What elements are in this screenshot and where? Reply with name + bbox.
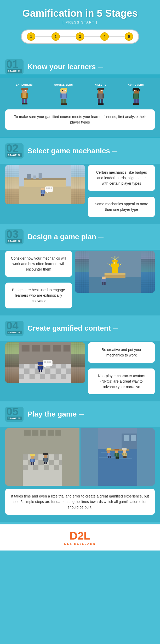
svg-rect-155 — [33, 462, 34, 465]
stage-03-badge: 03 STAGE 03 — [5, 229, 24, 244]
svg-rect-113 — [32, 345, 40, 352]
stage-03-arrow: — — [98, 234, 104, 240]
stage-03-tag: STAGE 03 — [7, 239, 22, 243]
stage-05-image-right — [81, 428, 155, 486]
svg-rect-108 — [40, 374, 45, 379]
svg-rect-97 — [30, 363, 35, 368]
svg-rect-73 — [46, 188, 48, 189]
press-start-text: [ PRESS START ] — [5, 20, 155, 24]
stage-05-description: It takes time and even a little trial an… — [5, 489, 155, 515]
svg-rect-103 — [45, 368, 50, 374]
stage-04-tips: Be creative and put your mechanics to wo… — [88, 342, 155, 397]
svg-rect-181 — [115, 449, 119, 450]
svg-rect-53 — [133, 93, 134, 98]
d2l-logo: D2L — [5, 530, 155, 542]
svg-rect-137 — [23, 454, 28, 460]
svg-rect-159 — [43, 458, 44, 461]
svg-rect-100 — [61, 363, 66, 368]
svg-rect-152 — [30, 459, 31, 462]
stage-01-tag: STAGE 01 — [7, 69, 22, 73]
svg-rect-35 — [99, 90, 100, 91]
stage-03-header: 03 STAGE 03 Design a game plan — — [5, 227, 155, 244]
stage-03-tips: Consider how your mechanics will work an… — [5, 251, 72, 312]
svg-rect-16 — [61, 88, 67, 90]
svg-rect-50 — [135, 90, 135, 91]
svg-rect-166 — [131, 435, 136, 441]
svg-rect-12 — [25, 99, 27, 103]
achievers-label: ACHIEVERS — [128, 84, 144, 86]
svg-rect-191 — [125, 453, 127, 455]
stage-01-section: 01 STAGE 01 Know your learners — EXPLORE… — [0, 54, 160, 138]
svg-rect-123 — [39, 370, 40, 372]
svg-rect-92 — [101, 279, 106, 282]
svg-rect-154 — [31, 462, 32, 465]
svg-rect-56 — [136, 99, 139, 104]
stage-03-image — [75, 251, 155, 312]
svg-rect-36 — [102, 90, 102, 91]
svg-rect-185 — [116, 456, 117, 459]
svg-rect-61 — [24, 179, 66, 187]
svg-rect-122 — [42, 366, 43, 369]
svg-rect-43 — [101, 103, 104, 105]
stage-05-tag: STAGE 05 — [7, 417, 22, 420]
stage-05-big-num: 05 — [6, 407, 19, 417]
svg-rect-58 — [136, 103, 139, 105]
svg-rect-96 — [19, 363, 24, 368]
svg-rect-115 — [53, 345, 61, 352]
scene1-svg — [5, 165, 85, 204]
svg-rect-147 — [44, 465, 49, 470]
svg-rect-104 — [56, 368, 61, 374]
stage-01-description: To make sure your gamified course meets … — [5, 109, 155, 130]
progress-dot-2: 2 — [52, 32, 60, 41]
svg-rect-65 — [39, 173, 42, 179]
stage-05-badge: 05 STAGE 05 — [5, 407, 24, 422]
scene3-svg — [5, 342, 85, 383]
stage-02-tips: Certain mechanics, like badges and leade… — [88, 165, 155, 220]
svg-rect-8 — [21, 93, 22, 98]
stage-05-header: 05 STAGE 05 Play the game — — [5, 404, 155, 422]
svg-rect-142 — [38, 460, 44, 465]
stage-04-badge: 04 STAGE 04 — [5, 321, 24, 336]
svg-rect-42 — [98, 103, 101, 105]
svg-rect-171 — [119, 458, 132, 459]
svg-rect-157 — [43, 453, 48, 455]
svg-rect-177 — [110, 453, 111, 455]
svg-rect-161 — [44, 462, 45, 464]
stage-03-tip2: Badges are best used to engage learners … — [5, 283, 72, 308]
svg-rect-132 — [32, 430, 38, 436]
svg-rect-128 — [49, 361, 51, 363]
player-types-row: EXPLORERS — [5, 84, 155, 106]
svg-rect-184 — [117, 453, 119, 456]
stage-04-tip1: Be creative and put your mechanics to wo… — [88, 342, 155, 363]
stage-02-tip1: Certain mechanics, like badges and leade… — [88, 165, 155, 191]
svg-rect-26 — [61, 99, 64, 104]
svg-rect-75 — [51, 188, 52, 189]
stage-03-tip1: Consider how your mechanics will work an… — [5, 251, 72, 277]
stage-05-section: 05 STAGE 05 Play the game — — [0, 401, 160, 522]
stage-04-tag: STAGE 04 — [7, 331, 22, 334]
svg-rect-143 — [49, 460, 54, 465]
svg-rect-28 — [61, 103, 64, 105]
socializer-sprite — [58, 88, 70, 106]
svg-rect-127 — [47, 361, 49, 363]
svg-rect-109 — [50, 374, 56, 379]
progress-bar: 1 2 3 4 5 — [21, 30, 139, 44]
svg-rect-94 — [104, 282, 105, 285]
svg-rect-133 — [40, 430, 46, 436]
svg-rect-18 — [66, 89, 67, 92]
svg-rect-84 — [112, 260, 117, 262]
svg-rect-165 — [124, 435, 129, 441]
svg-rect-13 — [22, 103, 25, 104]
svg-rect-140 — [54, 454, 59, 460]
svg-rect-176 — [107, 453, 108, 455]
svg-rect-46 — [133, 89, 134, 91]
svg-rect-186 — [117, 456, 119, 459]
svg-rect-64 — [33, 175, 36, 179]
player-type-socializers: SOCIALIZERS — [54, 84, 73, 106]
svg-rect-112 — [22, 345, 30, 352]
svg-rect-107 — [30, 374, 35, 379]
stage-04-image — [5, 342, 85, 397]
scene5-left-svg — [5, 428, 79, 486]
svg-rect-190 — [122, 453, 124, 455]
svg-rect-119 — [38, 362, 43, 363]
